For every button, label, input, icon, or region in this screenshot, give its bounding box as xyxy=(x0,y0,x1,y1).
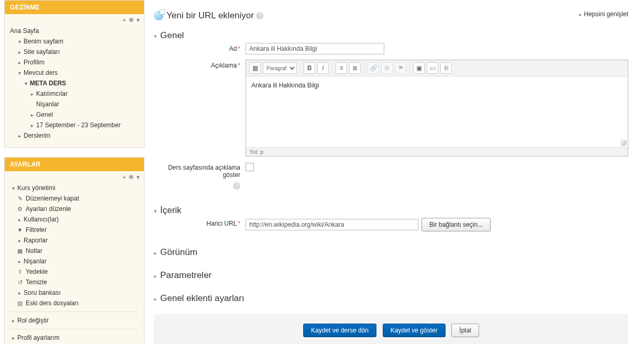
save-display-button[interactable]: Kaydet ve göster xyxy=(383,324,446,337)
nav-item[interactable]: ▸Katılımcılar xyxy=(10,88,139,99)
editor-toolbar: ▦ Paragraf B I ≡ ≣ 🔗 ⊘ ⚑ xyxy=(246,60,628,76)
resize-handle-icon[interactable] xyxy=(620,140,627,146)
chevron-down-icon[interactable]: ▾ xyxy=(10,185,16,191)
save-return-button[interactable]: Kaydet ve derse dön xyxy=(303,324,376,337)
pencil-icon: ✎ xyxy=(16,195,24,202)
chevron-down-icon[interactable]: ▾ xyxy=(16,70,23,76)
chevron-right-icon[interactable]: ▸ xyxy=(16,133,23,139)
settings-block-title: AYARLAR xyxy=(10,161,41,168)
chevron-right-icon[interactable]: ▸ xyxy=(10,335,16,341)
chevron-down-icon[interactable]: ▾ xyxy=(16,39,23,45)
settings-item[interactable]: ▧Eski ders dosyaları xyxy=(10,298,139,308)
navigation-block: GEZİNME + ✲ ▾ Ana Sayfa ▾Benim sayfam ▸S… xyxy=(4,0,145,148)
grid-icon: ▦ xyxy=(16,248,24,254)
settings-block: AYARLAR + ✲ ▾ ▾Kurs yönetimi ✎Düzenlemey… xyxy=(4,157,145,344)
nav-item[interactable]: ▸Genel xyxy=(10,109,139,120)
settings-item[interactable]: ▸Soru bankası xyxy=(10,287,139,298)
section-content-toggle[interactable]: İçerik xyxy=(154,203,628,218)
expand-all-link[interactable]: Hepsini genişlet xyxy=(579,10,628,18)
chevron-right-icon[interactable]: ▸ xyxy=(10,318,16,324)
number-list-icon[interactable]: ≣ xyxy=(349,62,361,74)
folder-icon: ▧ xyxy=(16,300,24,307)
choose-link-button[interactable]: Bir bağlantı seçin... xyxy=(421,218,491,231)
row-description: Açıklama* ▦ Paragraf B I ≡ ≣ xyxy=(154,60,628,157)
filter-icon: ▼ xyxy=(16,227,24,233)
help-icon[interactable]: ? xyxy=(233,182,240,190)
nav-course[interactable]: ▾META DERS xyxy=(10,78,139,88)
editor-content[interactable]: Ankara ili Hakkında Bilgi xyxy=(246,76,628,147)
section-parameters-toggle[interactable]: Parametreler xyxy=(154,268,628,283)
row-name: Ad* xyxy=(154,43,628,54)
settings-block-body: ▾Kurs yönetimi ✎Düzenlemeyi kapat ⚙Ayarl… xyxy=(5,171,144,344)
bold-icon[interactable]: B xyxy=(304,62,315,74)
settings-item[interactable]: ⚙Ayarları düzenle xyxy=(10,204,139,214)
chevron-right-icon[interactable]: ▸ xyxy=(16,60,23,65)
chevron-right-icon[interactable]: ▸ xyxy=(16,238,23,243)
settings-item[interactable]: ↺Temizle xyxy=(10,277,139,287)
main-content: Hepsini genişlet Yeni bir URL ekleniyor … xyxy=(154,0,644,344)
settings-item[interactable]: ⇧Yedekle xyxy=(10,267,139,277)
nav-item[interactable]: ▸Derslerim xyxy=(10,130,139,141)
settings-item[interactable]: ▸Raporlar xyxy=(10,235,139,246)
settings-item[interactable]: ▼Filtreler xyxy=(10,225,139,235)
nav-item[interactable]: ▸Profilim xyxy=(10,57,139,68)
settings-item[interactable]: ▸Kullanıcı(lar) xyxy=(10,214,139,225)
chevron-right-icon[interactable]: ▸ xyxy=(16,259,23,264)
block-controls: + ✲ ▾ xyxy=(121,17,140,24)
chevron-right-icon[interactable]: ▸ xyxy=(29,123,35,128)
add-icon[interactable]: + xyxy=(123,17,126,23)
nav-item[interactable]: Nişanlar xyxy=(10,99,139,109)
italic-icon[interactable]: I xyxy=(317,62,329,74)
label-url: Harici URL* xyxy=(154,218,246,227)
settings-item[interactable]: ▸Profil ayarlarım xyxy=(10,332,139,343)
gear-icon: ⚙ xyxy=(16,206,24,213)
nav-item[interactable]: ▸17 September - 23 September xyxy=(10,120,139,130)
gear-icon[interactable]: ✲ xyxy=(129,174,134,180)
gear-icon[interactable]: ✲ xyxy=(129,17,134,23)
settings-root[interactable]: ▾Kurs yönetimi xyxy=(10,183,139,193)
settings-item[interactable]: ▦Notlar xyxy=(10,246,139,256)
nav-item[interactable]: ▾Mevcut ders xyxy=(10,68,139,78)
settings-item[interactable]: ▸Nişanlar xyxy=(10,256,139,267)
settings-item[interactable]: ✎Düzenlemeyi kapat xyxy=(10,193,139,204)
chevron-right-icon[interactable]: ▸ xyxy=(16,217,23,223)
page-title: Yeni bir URL ekleniyor ? xyxy=(154,10,579,21)
action-bar: Kaydet ve derse dön Kaydet ve göster İpt… xyxy=(154,314,628,344)
section-general-toggle[interactable]: Genel xyxy=(154,28,628,43)
upload-icon: ⇧ xyxy=(16,269,24,275)
manage-files-icon[interactable]: ⎘ xyxy=(440,62,452,74)
bullet-list-icon[interactable]: ≡ xyxy=(336,62,347,74)
required-marker: * xyxy=(238,62,240,69)
toolbar-expand-icon[interactable]: ▦ xyxy=(249,62,261,74)
settings-item[interactable]: ▸Rol değiştir xyxy=(10,315,139,326)
section-common: Genel eklenti ayarları xyxy=(154,291,628,306)
cancel-button[interactable]: İptal xyxy=(451,324,479,337)
chevron-down-icon[interactable]: ▾ xyxy=(23,81,29,86)
divider xyxy=(10,312,139,312)
section-appearance-toggle[interactable]: Görünüm xyxy=(154,245,628,260)
media-icon[interactable]: ▭ xyxy=(427,62,438,74)
row-url: Harici URL* Bir bağlantı seçin... xyxy=(154,218,628,231)
collapse-icon[interactable]: ▾ xyxy=(137,17,140,23)
refresh-icon: ↺ xyxy=(16,279,24,286)
format-select[interactable]: Paragraf xyxy=(263,62,297,74)
showdesc-checkbox[interactable] xyxy=(246,163,254,171)
image-icon[interactable]: ▣ xyxy=(413,62,425,74)
external-url-input[interactable] xyxy=(246,219,418,230)
nav-item[interactable]: ▾Benim sayfam xyxy=(10,36,139,47)
chevron-right-icon[interactable]: ▸ xyxy=(29,91,35,97)
add-icon[interactable]: + xyxy=(123,174,126,180)
chevron-right-icon[interactable]: ▸ xyxy=(16,290,23,296)
section-parameters: Parametreler xyxy=(154,268,628,283)
chevron-right-icon[interactable]: ▸ xyxy=(16,49,23,55)
help-icon[interactable]: ? xyxy=(256,12,263,19)
nav-item[interactable]: ▸Site sayfaları xyxy=(10,47,139,57)
section-common-toggle[interactable]: Genel eklenti ayarları xyxy=(154,291,628,306)
collapse-icon[interactable]: ▾ xyxy=(137,174,140,180)
chevron-right-icon[interactable]: ▸ xyxy=(29,112,35,118)
settings-block-header: AYARLAR + ✲ ▾ xyxy=(5,158,144,171)
rich-text-editor: ▦ Paragraf B I ≡ ≣ 🔗 ⊘ ⚑ xyxy=(246,60,628,157)
name-input[interactable] xyxy=(246,43,384,54)
header-row: Hepsini genişlet Yeni bir URL ekleniyor … xyxy=(154,10,628,21)
nav-home[interactable]: Ana Sayfa xyxy=(10,26,139,36)
